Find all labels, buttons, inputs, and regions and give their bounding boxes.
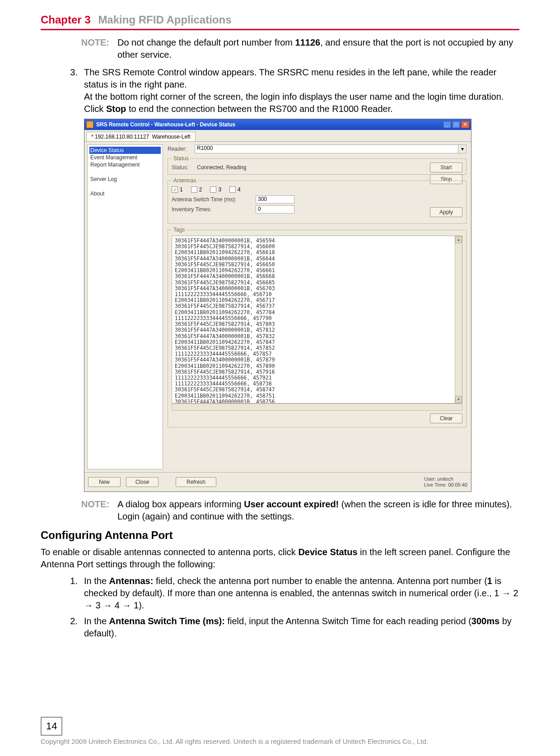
checkbox-label: 2: [199, 186, 202, 193]
login-info: User: unitech Live Time: 00:05:40: [424, 476, 467, 488]
step-number: 1.: [59, 575, 84, 612]
tags-scrollbar[interactable]: ▴ ▾: [455, 236, 462, 403]
section-heading: Configuring Antenna Port: [41, 529, 519, 542]
tag-row: 30361F5F445CJE9875827914, 458747: [175, 387, 459, 393]
antenna-switch-input[interactable]: 300: [256, 195, 294, 204]
note-label: NOTE:: [59, 37, 117, 61]
tags-legend: Tags: [172, 227, 187, 233]
page-footer: 14 Copyright 2009 Unitech Electronics Co…: [0, 717, 560, 745]
copyright: Copyright 2009 Unitech Electronics Co., …: [41, 737, 519, 745]
main-panel: Reader: R1000 ▾ Status Status: Connected…: [163, 142, 471, 472]
live-time: Live Time: 00:05:40: [424, 482, 467, 488]
checkbox-icon: [210, 186, 216, 193]
antenna-checkbox-4[interactable]: 4: [229, 186, 241, 193]
reader-dropdown-icon[interactable]: ▾: [458, 144, 467, 153]
antenna-checkbox-1[interactable]: 1: [172, 186, 183, 193]
section-intro: To enable or disable antennas connected …: [41, 546, 519, 570]
scroll-down-icon[interactable]: ▾: [455, 396, 462, 403]
clear-button[interactable]: Clear: [430, 413, 462, 423]
chapter-title: Making RFID Applications: [98, 14, 231, 26]
maximize-button[interactable]: □: [452, 121, 460, 128]
sidebar-item[interactable]: About: [89, 190, 161, 197]
tags-group: Tags 30361F5F4447A3400000001B, 456594303…: [168, 227, 467, 427]
chapter-number: Chapter 3: [41, 14, 91, 26]
tab-strip: * 192.168.110.80:11127 Warehouse-Left: [84, 130, 471, 142]
sidebar-item: [89, 168, 161, 176]
sidebar-item[interactable]: Server Log: [89, 176, 161, 183]
status-legend: Status: [172, 155, 191, 162]
page-number: 14: [41, 717, 62, 736]
inventory-times-label: Inventory Times:: [172, 206, 253, 213]
config-step-2: 2. In the Antenna Switch Time (ms): fiel…: [59, 615, 519, 640]
tag-row: 30361F5F4447A3400000001B, 457812: [175, 327, 459, 333]
checkbox-icon: [229, 186, 236, 193]
window-title: SRS Remote Control - Warehouse-Left - De…: [96, 121, 443, 128]
sidebar-item[interactable]: Device Status: [89, 147, 161, 154]
checkbox-icon: [191, 186, 197, 193]
inventory-times-input[interactable]: 0: [256, 205, 294, 213]
tag-row: 30361F5F4447A3400000001B, 457879: [175, 357, 459, 363]
status-value: Connected, Reading: [197, 164, 246, 171]
note-body: A dialog box appears informing User acco…: [117, 498, 519, 523]
status-label: Status:: [172, 164, 197, 171]
apply-button[interactable]: Apply: [430, 207, 462, 217]
new-button[interactable]: New: [88, 477, 121, 487]
footer-bar: New Close Refresh User: unitech Live Tim…: [84, 472, 471, 492]
tag-row: 30361F5F4447A3400000001B, 457832: [175, 334, 459, 339]
tag-row: E2003411B802011094262270, 457890: [175, 363, 459, 369]
antenna-checkboxes: 1234: [172, 186, 462, 193]
tag-row: 30361F5F4447A3400000001B, 456703: [175, 286, 459, 292]
tag-row: 30361F5F445CJE9875827914, 456685: [175, 280, 459, 286]
srs-screenshot: SRS Remote Control - Warehouse-Left - De…: [84, 119, 471, 492]
tag-row: 30361F5F445CJE9875827914, 456737: [175, 303, 459, 309]
antenna-checkbox-2[interactable]: 2: [191, 186, 202, 193]
tag-row: E2003411B802011094262270, 457784: [175, 310, 459, 315]
tags-h-scrollbar[interactable]: [172, 404, 462, 411]
note-label: NOTE:: [59, 498, 117, 523]
note-1: NOTE: Do not change the default port num…: [59, 37, 519, 61]
antenna-switch-label: Antenna Switch Time (ms):: [172, 196, 253, 203]
antenna-checkbox-3[interactable]: 3: [210, 186, 221, 193]
reader-label: Reader:: [168, 146, 195, 152]
tag-row: E2003411B802011094262270, 456618: [175, 250, 459, 255]
scroll-up-icon[interactable]: ▴: [455, 236, 462, 243]
note-body: Do not change the default port number fr…: [117, 37, 519, 61]
tag-row: 30361F5F4447A3400000001B, 456644: [175, 256, 459, 262]
minimize-button[interactable]: _: [443, 121, 451, 128]
sidebar-item[interactable]: Event Management: [89, 154, 161, 161]
header-rule: [41, 29, 519, 30]
app-icon: [86, 121, 93, 128]
antennas-group: Antennas 1234 Antenna Switch Time (ms): …: [168, 177, 467, 224]
status-group: Status Status: Connected, Reading Start …: [168, 155, 467, 175]
sidebar-item[interactable]: Report Management: [89, 161, 161, 168]
checkbox-icon: [172, 186, 178, 193]
tag-row: E2003411B802011094262270, 457847: [175, 339, 459, 345]
step-body: In the Antennas: field, check the antenn…: [84, 575, 519, 612]
start-button[interactable]: Start: [430, 162, 462, 172]
step-number: 3.: [59, 66, 84, 115]
tag-row: 30361F5F4447A3400000001B, 456668: [175, 274, 459, 279]
close-button[interactable]: ×: [461, 121, 469, 128]
step-body: In the Antenna Switch Time (ms): field, …: [84, 615, 519, 640]
config-step-1: 1. In the Antennas: field, check the ant…: [59, 575, 519, 612]
tag-row: 30361F5F4447A3400000001B, 458756: [175, 399, 459, 404]
connection-tab[interactable]: * 192.168.110.80:11127 Warehouse-Left: [86, 132, 196, 141]
chapter-header: Chapter 3 Making RFID Applications: [41, 14, 519, 26]
window-titlebar: SRS Remote Control - Warehouse-Left - De…: [84, 119, 471, 130]
sidebar-item: [89, 183, 161, 190]
antennas-legend: Antennas: [172, 177, 198, 184]
checkbox-label: 1: [180, 186, 183, 193]
close-conn-button[interactable]: Close: [126, 477, 159, 487]
step-number: 2.: [59, 615, 84, 640]
step-body: The SRS Remote Control window appears. T…: [84, 66, 519, 115]
note-2: NOTE: A dialog box appears informing Use…: [59, 498, 519, 523]
user-name: User: unitech: [424, 476, 467, 482]
tag-row: E2003411B802011094262270, 458751: [175, 393, 459, 399]
refresh-button[interactable]: Refresh: [176, 477, 216, 487]
step-3: 3. The SRS Remote Control window appears…: [59, 66, 519, 115]
checkbox-label: 4: [238, 186, 241, 193]
tags-list[interactable]: 30361F5F4447A3400000001B, 45659430361F5F…: [172, 236, 462, 404]
sidebar: Device StatusEvent ManagementReport Mana…: [87, 144, 163, 469]
checkbox-label: 3: [218, 186, 221, 193]
reader-input[interactable]: R1000: [195, 144, 458, 153]
